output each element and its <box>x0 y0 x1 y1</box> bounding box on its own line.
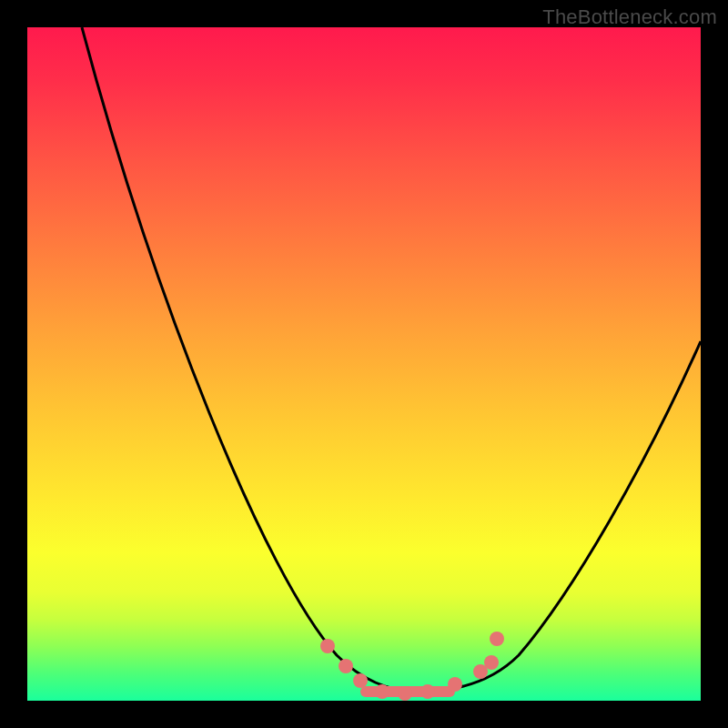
watermark-text: TheBottleneck.com <box>542 5 717 29</box>
marker-point-1 <box>339 659 353 673</box>
marker-point-5 <box>420 684 435 699</box>
marker-point-4 <box>398 686 412 701</box>
marker-point-0 <box>320 639 335 653</box>
marker-point-3 <box>375 684 389 699</box>
marker-point-2 <box>353 673 368 688</box>
chart-frame: TheBottleneck.com <box>0 0 728 728</box>
bottleneck-curve <box>82 27 701 692</box>
marker-point-9 <box>490 632 504 646</box>
marker-point-6 <box>448 677 462 692</box>
marker-point-8 <box>484 655 499 670</box>
chart-svg <box>27 27 701 701</box>
plot-area <box>27 27 701 701</box>
